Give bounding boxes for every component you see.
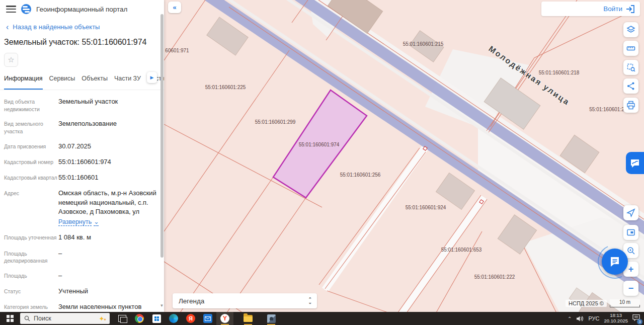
cadastral-map[interactable]: циан Молодёжная улица 60601:971 55:01:16…: [164, 0, 644, 312]
back-link[interactable]: ‹ Назад в найденные объекты: [0, 16, 164, 31]
notification-badge: 3: [637, 319, 642, 324]
parcel-label: 55:01:160601:299: [255, 119, 296, 125]
language-indicator[interactable]: РУС: [588, 315, 599, 321]
area-measure-icon: [626, 63, 635, 72]
legend-bar[interactable]: Легенда ⌃⌄: [173, 293, 317, 308]
plus-icon: +: [628, 265, 634, 274]
tray-date: 20.10.2025: [604, 318, 628, 324]
area-measure-button[interactable]: [623, 60, 638, 75]
field-row: Вид объекта недвижимостиЗемельный участо…: [4, 97, 159, 113]
parcel-label: 55:01:160601:218: [539, 70, 580, 75]
ruler-button[interactable]: [623, 41, 638, 56]
chat-bubble-icon: [609, 256, 621, 268]
menu-icon[interactable]: [6, 6, 16, 13]
zoom-out-button[interactable]: −: [623, 281, 638, 296]
parcel-label: 60601:971: [165, 48, 189, 53]
map-panel-toggle[interactable]: [626, 152, 644, 174]
object-info-panel: Геоинформационный портал ‹ Назад в найде…: [0, 0, 164, 312]
parcel-label: 55:01:160601:924: [406, 205, 446, 210]
login-icon: [626, 5, 635, 13]
layers-button[interactable]: [623, 22, 638, 37]
scale-bar: 10 m: [610, 299, 640, 307]
address-value: Омская область, м.р-н Азовский немецкий …: [58, 189, 156, 215]
field-row: СтатусУчтенный: [4, 287, 159, 296]
yandex-search-taskbar-icon[interactable]: Я: [182, 312, 199, 325]
tab-services[interactable]: Сервисы: [49, 75, 75, 90]
tab-objects[interactable]: Объекты: [82, 75, 108, 90]
overview-map-icon: [626, 228, 635, 237]
locate-button[interactable]: [623, 205, 638, 220]
action-center-button[interactable]: 3: [632, 314, 640, 323]
favorite-button[interactable]: ☆: [4, 53, 18, 67]
overview-map-button[interactable]: [623, 225, 638, 240]
share-button[interactable]: [623, 78, 638, 94]
portal-logo-icon: [21, 4, 31, 14]
parcel-label: 55:01:160601:653: [441, 247, 482, 253]
ms-store-taskbar-icon[interactable]: [148, 312, 165, 325]
parcel-label: 55:01:160601:222: [474, 274, 515, 280]
envelope-icon: [205, 316, 211, 321]
locate-arrow-icon: [626, 208, 635, 217]
panel-scrollbar[interactable]: [160, 14, 164, 258]
scale-label: 10 m: [610, 299, 640, 305]
geoportal-app: циан Молодёжная улица 60601:971 55:01:16…: [0, 0, 644, 325]
login-button[interactable]: Войти: [603, 5, 622, 13]
folder-icon: [244, 315, 253, 322]
photo-viewer-taskbar-icon[interactable]: [263, 312, 280, 325]
login-bar[interactable]: Войти: [541, 2, 640, 16]
ruler-icon: [626, 44, 635, 53]
task-view-icon: [118, 315, 126, 322]
field-row: Площадь уточненная1 084 кв. м: [4, 233, 159, 242]
print-button[interactable]: [623, 98, 638, 113]
yandex-browser-taskbar-icon[interactable]: Y: [216, 312, 233, 325]
map-bubble-icon: [629, 157, 640, 169]
collapse-panel-button[interactable]: «: [168, 2, 181, 13]
windows-logo-icon: [7, 315, 14, 322]
chrome-taskbar-icon[interactable]: [131, 312, 148, 325]
tab-parts[interactable]: Части ЗУ: [114, 75, 141, 90]
parcel-label: 55:01:160601:974: [299, 142, 340, 147]
map-canvas[interactable]: [164, 0, 644, 312]
parcel-label: 55:01:160601:225: [205, 85, 246, 90]
parcel-label: 55:01:160601:256: [340, 172, 381, 178]
chevron-left-icon: ‹: [6, 25, 9, 30]
field-row: Площадь–: [4, 271, 159, 280]
clock[interactable]: 18:13 20.10.2025: [604, 313, 628, 324]
tab-bar: Информация Сервисы Объекты Части ЗУ Сост…: [0, 67, 164, 90]
share-icon: [626, 82, 635, 91]
app-title: Геоинформационный портал: [36, 6, 127, 13]
windows-taskbar: Поиск ✦✦ Я Y ⌃ РУС 18:13 20.10.2025: [0, 312, 644, 325]
tray-expand-icon[interactable]: ⌃: [568, 316, 572, 321]
tab-information[interactable]: Информация: [4, 75, 43, 90]
back-link-label[interactable]: Назад в найденные объекты: [13, 23, 100, 31]
start-button[interactable]: [0, 312, 20, 325]
field-row: Площадь декларированная–: [4, 249, 159, 265]
field-row: Вид земельного участкаЗемлепользование: [4, 119, 159, 135]
system-tray: ⌃ РУС 18:13 20.10.2025 3: [568, 313, 644, 324]
fields-list: Вид объекта недвижимостиЗемельный участо…: [0, 90, 164, 325]
field-row: Дата присвоения30.07.2025: [4, 142, 159, 151]
chat-button[interactable]: [602, 249, 628, 275]
task-view-button[interactable]: [114, 312, 131, 325]
field-row: Категория земельЗемли населенных пунктов: [4, 302, 159, 311]
mail-taskbar-icon[interactable]: [199, 312, 216, 325]
chevron-down-icon: ⌄: [94, 218, 99, 227]
star-icon: ☆: [8, 55, 14, 64]
tabs-scroll-right-button[interactable]: ▶: [147, 72, 157, 83]
taskbar-search-input[interactable]: Поиск ✦✦: [20, 313, 110, 324]
map-attribution: НСПД 2025 ©: [566, 300, 607, 307]
scroll-down-icon[interactable]: ▼: [159, 303, 164, 308]
legend-expand-icon[interactable]: ⌃⌄: [308, 298, 317, 304]
legend-label: Легенда: [173, 297, 308, 305]
scale-line: [610, 305, 640, 307]
search-icon: [24, 315, 30, 321]
parcel-label: 55:01:160601:2: [589, 107, 624, 112]
print-icon: [626, 101, 635, 110]
file-explorer-taskbar-icon[interactable]: [239, 312, 257, 325]
minus-icon: −: [628, 284, 634, 293]
edge-taskbar-icon[interactable]: [165, 312, 182, 325]
expand-address-link[interactable]: Развернуть ⌄: [58, 218, 99, 227]
field-row: Кадастровый номер55:01:160601:974: [4, 157, 159, 167]
volume-icon[interactable]: [576, 315, 584, 322]
field-row: Кадастровый квартал55:01:160601: [4, 173, 159, 182]
